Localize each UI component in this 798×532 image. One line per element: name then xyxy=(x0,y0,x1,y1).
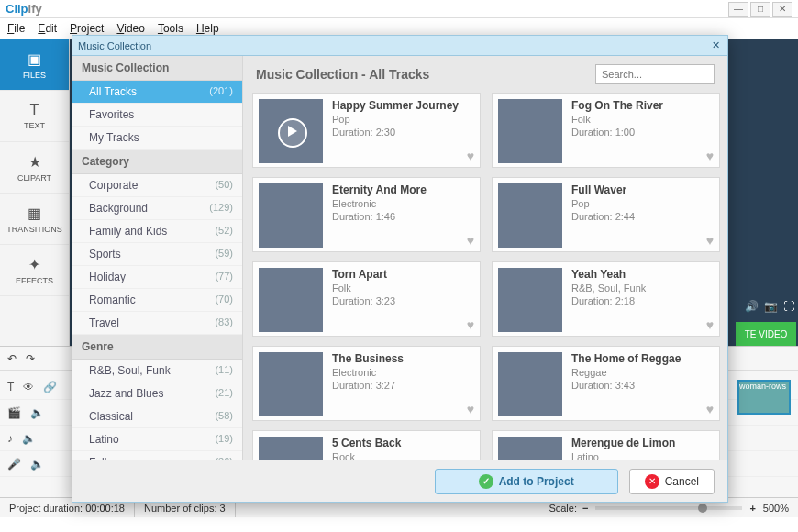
menu-edit[interactable]: Edit xyxy=(38,22,57,35)
category-item[interactable]: Latino(19) xyxy=(72,428,242,451)
menu-help[interactable]: Help xyxy=(196,22,219,35)
timeline-tool-icon[interactable]: ↶ xyxy=(7,352,17,365)
left-tabs: ▣FILESTTEXT★CLIPART▦TRANSITIONS✦EFFECTS xyxy=(0,39,70,346)
menu-project[interactable]: Project xyxy=(70,22,104,35)
favorite-icon[interactable]: ♥ xyxy=(467,149,474,163)
track-thumbnail[interactable] xyxy=(259,99,323,163)
track-control-icon[interactable]: 👁 xyxy=(23,381,34,393)
menu-video[interactable]: Video xyxy=(116,22,144,35)
category-item[interactable]: Favorites xyxy=(72,104,242,127)
dialog-close-button[interactable]: ✕ xyxy=(709,39,722,52)
category-sidebar[interactable]: Music CollectionAll Tracks(201)Favorites… xyxy=(72,56,243,460)
track-thumbnail[interactable] xyxy=(259,352,323,416)
track-genre: R&B, Soul, Funk xyxy=(571,283,646,294)
window-maximize-button[interactable]: □ xyxy=(750,2,770,17)
favorite-icon[interactable]: ♥ xyxy=(467,317,474,332)
track-genre: Pop xyxy=(571,198,635,209)
left-tab-text[interactable]: TTEXT xyxy=(0,91,69,142)
track-card[interactable]: Merengue de LimonLatino♥ xyxy=(492,430,720,460)
dialog-title-bar: Music Collection ✕ xyxy=(72,36,727,56)
track-genre: Electronic xyxy=(332,198,427,209)
track-control-icon[interactable]: 🔗 xyxy=(43,381,57,393)
track-thumbnail[interactable] xyxy=(498,437,562,460)
menu-file[interactable]: File xyxy=(7,22,25,35)
clipart-icon: ★ xyxy=(28,153,41,171)
track-title: 5 Cents Back xyxy=(332,437,401,449)
track-thumbnail[interactable] xyxy=(259,183,323,248)
track-grid[interactable]: Happy Summer JourneyPopDuration: 2:30♥Fo… xyxy=(243,93,727,460)
category-item[interactable]: Family and Kids(52) xyxy=(72,220,242,243)
add-to-project-button[interactable]: ✓ Add to Project xyxy=(435,469,618,494)
track-thumbnail[interactable] xyxy=(259,268,323,332)
track-thumbnail[interactable] xyxy=(259,437,323,460)
track-control-icon[interactable]: 🎤 xyxy=(7,458,21,471)
track-duration: Duration: 2:30 xyxy=(332,127,459,138)
track-control-icon[interactable]: ♪ xyxy=(7,432,13,445)
track-duration: Duration: 1:46 xyxy=(332,211,427,222)
zoom-slider[interactable] xyxy=(595,506,742,510)
track-duration: Duration: 3:27 xyxy=(332,380,404,391)
track-thumbnail[interactable] xyxy=(498,183,562,248)
track-card[interactable]: The Home of ReggaeReggaeDuration: 3:43♥ xyxy=(492,346,720,421)
left-tab-clipart[interactable]: ★CLIPART xyxy=(0,142,69,194)
zoom-in-button[interactable]: + xyxy=(749,503,755,514)
category-item[interactable]: Romantic(70) xyxy=(72,289,242,312)
track-thumbnail[interactable] xyxy=(498,268,562,332)
track-duration: Duration: 2:44 xyxy=(571,211,635,222)
category-item[interactable]: Classical(58) xyxy=(72,405,242,428)
track-thumbnail[interactable] xyxy=(498,352,562,416)
timeline-tool-icon[interactable]: ↷ xyxy=(26,352,35,365)
favorite-icon[interactable]: ♥ xyxy=(706,402,714,416)
track-control-icon[interactable]: 🔈 xyxy=(30,458,44,471)
category-item[interactable]: All Tracks(201) xyxy=(72,81,242,104)
track-genre: Rock xyxy=(332,451,401,460)
category-item[interactable]: Folk(36) xyxy=(72,451,242,460)
category-item[interactable]: Corporate(50) xyxy=(72,174,242,197)
category-item[interactable]: R&B, Soul, Funk(11) xyxy=(72,360,242,382)
window-minimize-button[interactable]: — xyxy=(728,2,748,17)
favorite-icon[interactable]: ♥ xyxy=(706,317,714,332)
favorite-icon[interactable]: ♥ xyxy=(467,402,474,416)
track-card[interactable]: Eternity And MoreElectronicDuration: 1:4… xyxy=(252,177,481,252)
track-card[interactable]: Happy Summer JourneyPopDuration: 2:30♥ xyxy=(252,93,481,168)
track-card[interactable]: Torn ApartFolkDuration: 3:23♥ xyxy=(252,261,481,337)
left-tab-files[interactable]: ▣FILES xyxy=(0,39,69,91)
track-card[interactable]: Full WaverPopDuration: 2:44♥ xyxy=(492,177,720,252)
track-thumbnail[interactable] xyxy=(498,99,562,163)
track-control-icon[interactable]: 🎬 xyxy=(7,406,21,419)
favorite-icon[interactable]: ♥ xyxy=(706,149,714,163)
effects-icon: ✦ xyxy=(28,256,40,273)
track-title: The Business xyxy=(332,352,404,365)
left-tab-transitions[interactable]: ▦TRANSITIONS xyxy=(0,194,69,245)
title-bar: Clipify — □ ✕ xyxy=(0,0,798,18)
cancel-button[interactable]: ✕ Cancel xyxy=(629,469,715,494)
preview-tool-icon[interactable]: 🔊 xyxy=(745,300,759,313)
text-icon: T xyxy=(30,102,39,118)
timeline-clip[interactable]: woman-rows xyxy=(737,380,791,415)
preview-tool-icon[interactable]: 📷 xyxy=(764,300,778,313)
track-control-icon[interactable]: 🔈 xyxy=(22,432,36,445)
category-item[interactable]: My Tracks xyxy=(72,127,242,150)
track-card[interactable]: Fog On The RiverFolkDuration: 1:00♥ xyxy=(492,93,720,168)
track-title: Full Waver xyxy=(571,183,635,196)
zoom-value: 500% xyxy=(763,503,789,514)
menu-tools[interactable]: Tools xyxy=(158,22,183,35)
track-card[interactable]: Yeah YeahR&B, Soul, FunkDuration: 2:18♥ xyxy=(492,261,720,337)
search-input[interactable] xyxy=(595,64,715,84)
create-video-button[interactable]: TE VIDEO xyxy=(736,322,796,346)
track-card[interactable]: The BusinessElectronicDuration: 3:27♥ xyxy=(252,346,481,421)
track-control-icon[interactable]: T xyxy=(7,381,14,393)
category-item[interactable]: Sports(59) xyxy=(72,243,242,266)
favorite-icon[interactable]: ♥ xyxy=(467,233,474,248)
category-item[interactable]: Jazz and Blues(21) xyxy=(72,382,242,405)
category-item[interactable]: Holiday(77) xyxy=(72,266,242,289)
track-control-icon[interactable]: 🔈 xyxy=(30,406,44,419)
zoom-out-button[interactable]: − xyxy=(582,503,588,514)
category-item[interactable]: Travel(83) xyxy=(72,312,242,335)
preview-tool-icon[interactable]: ⛶ xyxy=(783,300,794,313)
category-item[interactable]: Background(129) xyxy=(72,197,242,220)
window-close-button[interactable]: ✕ xyxy=(772,2,792,17)
favorite-icon[interactable]: ♥ xyxy=(706,233,714,248)
track-card[interactable]: 5 Cents BackRockDuration: 2:06♥ xyxy=(252,430,481,460)
left-tab-effects[interactable]: ✦EFFECTS xyxy=(0,245,69,296)
